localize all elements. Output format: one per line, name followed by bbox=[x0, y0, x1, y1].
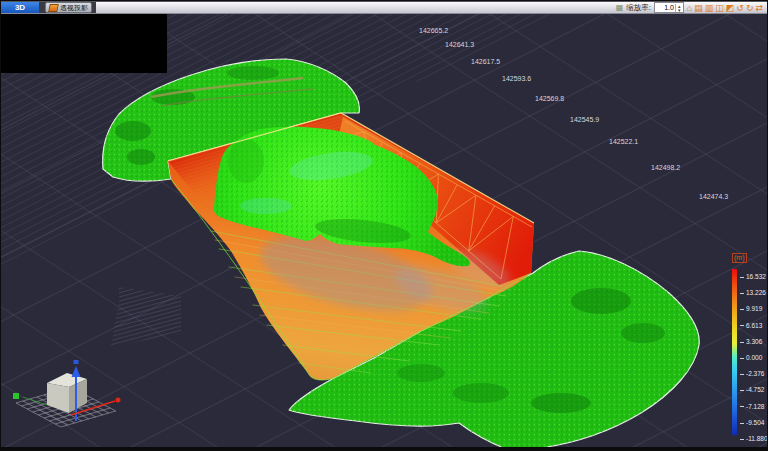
coordinate-label: 142665.2 bbox=[419, 27, 448, 34]
colorbar-tick: -2.376 bbox=[740, 370, 764, 377]
home-view-icon[interactable]: ⌂ bbox=[687, 3, 692, 13]
display-settings-icon[interactable]: ▦ bbox=[616, 3, 624, 13]
split-view-icon[interactable]: ◫ bbox=[715, 3, 724, 13]
zoom-ratio-spinner: ▴ ▾ bbox=[654, 2, 684, 13]
coordinate-label: 142522.1 bbox=[609, 138, 638, 145]
coordinate-label: 142641.3 bbox=[445, 41, 474, 48]
colorbar-unit-label: (m) bbox=[732, 253, 747, 263]
projection-icon bbox=[48, 4, 59, 12]
toolbar-dark-segment: 透视投影 bbox=[39, 2, 96, 13]
elevation-colorbar: (m) 16.532 13.226 9.919 6.613 3.306 0.00… bbox=[725, 253, 768, 449]
colorbar-tick: 3.306 bbox=[740, 338, 762, 345]
application-window: 3D 透视投影 ▦ 缩放率: ▴ ▾ ⌂ ▤ ▥ ◫ ◩ bbox=[0, 0, 768, 451]
x-axis-tip bbox=[116, 398, 121, 403]
zoom-spin-down-button[interactable]: ▾ bbox=[676, 8, 683, 12]
iso-view-icon[interactable]: ◩ bbox=[726, 3, 735, 13]
colorbar-tick: 16.532 bbox=[740, 273, 766, 280]
view-icon-group: ⌂ ▤ ▥ ◫ ◩ ↺ ↻ ⇄ bbox=[687, 3, 763, 13]
viewport-container: 142665.2 142641.3 142617.5 142593.6 1425… bbox=[1, 14, 768, 449]
3d-viewport[interactable] bbox=[1, 14, 768, 451]
side-view-icon[interactable]: ▥ bbox=[705, 3, 714, 13]
window-bottom-edge bbox=[1, 447, 767, 450]
toolbar-right-controls: ▦ 缩放率: ▴ ▾ ⌂ ▤ ▥ ◫ ◩ ↺ ↻ ⇄ bbox=[616, 2, 767, 13]
coordinate-label: 142617.5 bbox=[471, 58, 500, 65]
colorbar-gradient bbox=[732, 269, 737, 435]
coordinate-label: 142545.9 bbox=[570, 116, 599, 123]
rotate-left-icon[interactable]: ↺ bbox=[736, 3, 744, 13]
colorbar-tick: 9.919 bbox=[740, 305, 762, 312]
front-view-icon[interactable]: ▤ bbox=[694, 3, 703, 13]
z-axis-label-mark bbox=[74, 360, 79, 364]
perspective-projection-button[interactable]: 透视投影 bbox=[45, 2, 92, 13]
pan-view-icon[interactable]: ⇄ bbox=[755, 3, 763, 13]
colorbar-tick: 13.226 bbox=[740, 289, 766, 296]
coordinate-label: 142498.2 bbox=[651, 164, 680, 171]
zoom-ratio-label: 缩放率: bbox=[626, 3, 651, 13]
redacted-region bbox=[1, 14, 167, 73]
tab-3d[interactable]: 3D bbox=[1, 2, 39, 13]
colorbar-tick: 6.613 bbox=[740, 322, 762, 329]
colorbar-tick: -9.504 bbox=[740, 419, 764, 426]
rotate-right-icon[interactable]: ↻ bbox=[746, 3, 754, 13]
y-axis-tip bbox=[13, 393, 19, 399]
projection-label: 透视投影 bbox=[60, 3, 88, 12]
coordinate-label: 142593.6 bbox=[502, 75, 531, 82]
colorbar-tick: -4.752 bbox=[740, 386, 764, 393]
colorbar-tick: -7.128 bbox=[740, 403, 764, 410]
colorbar-tick: -11.880 bbox=[740, 435, 768, 442]
coordinate-label: 142569.8 bbox=[535, 95, 564, 102]
zoom-ratio-input[interactable] bbox=[655, 4, 675, 11]
coordinate-label: 142474.3 bbox=[699, 193, 728, 200]
colorbar-tick: 0.000 bbox=[740, 354, 762, 361]
toolbar: 3D 透视投影 ▦ 缩放率: ▴ ▾ ⌂ ▤ ▥ ◫ ◩ bbox=[1, 1, 767, 14]
